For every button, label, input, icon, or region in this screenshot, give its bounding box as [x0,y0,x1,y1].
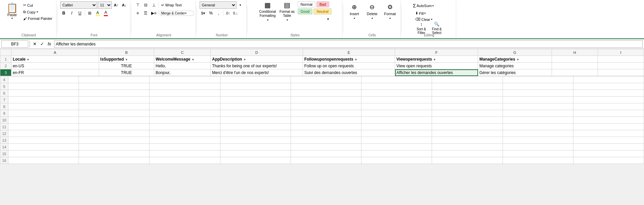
cell-I9[interactable] [573,110,644,117]
cell-a1[interactable]: Locale ▾ [11,56,99,63]
cancel-formula-button[interactable]: ✕ [31,41,38,47]
cell-C14[interactable] [149,144,220,150]
borders-button[interactable]: ⊞ [86,9,93,17]
number-format-expand[interactable]: ▾ [237,1,244,9]
cell-C12[interactable] [149,130,220,137]
cell-H14[interactable] [503,144,573,150]
cell-A10[interactable] [8,117,79,124]
cell-D13[interactable] [220,137,291,144]
cell-d3[interactable]: Merci d'être l'un de nos experts! [211,69,303,76]
clear-button[interactable]: ⌫ Clear ▾ [414,16,433,22]
filter-arrow-d[interactable]: ▾ [244,58,246,61]
cell-I12[interactable] [573,130,644,137]
cell-F6[interactable] [361,90,432,97]
number-format-select[interactable]: General [200,1,237,9]
currency-button[interactable]: $▾ [200,9,207,17]
cell-d1[interactable]: AppDescription ▾ [211,56,303,63]
cell-H12[interactable] [503,130,573,137]
cell-e1[interactable]: Followuponopenrequests ▾ [303,56,395,63]
cell-E6[interactable] [291,90,361,97]
filter-arrow-e[interactable]: ▾ [355,58,357,61]
cell-G4[interactable] [432,76,503,83]
cell-A16[interactable] [8,157,79,164]
cell-F9[interactable] [361,110,432,117]
col-header-d[interactable]: D [211,49,303,56]
increase-decimal-button[interactable]: .0↑ [224,9,231,17]
fill-color-button[interactable]: A [94,9,101,17]
cell-E4[interactable] [291,76,361,83]
cell-h2[interactable] [552,63,598,69]
col-header-h[interactable]: H [552,49,598,56]
format-as-table-button[interactable]: ▤ Format asTable ▾ [278,1,296,21]
name-box[interactable]: BF3 [1,40,28,48]
cell-H13[interactable] [503,137,573,144]
cell-D15[interactable] [220,150,291,157]
cell-I14[interactable] [573,144,644,150]
align-center-button[interactable]: ☰ [142,9,149,17]
fill-button[interactable]: ⬇ Fill ▾ [414,10,427,16]
cell-A12[interactable] [8,130,79,137]
cell-C16[interactable] [149,157,220,164]
decrease-decimal-button[interactable]: 0.↓ [232,9,239,17]
col-header-b[interactable]: B [99,49,154,56]
cell-I13[interactable] [573,137,644,144]
enter-formula-button[interactable]: ✓ [39,41,45,47]
percent-button[interactable]: % [207,9,215,17]
filter-arrow-g[interactable]: ▾ [517,58,519,61]
align-bottom-button[interactable]: ⊥ [150,1,158,9]
cell-H4[interactable] [503,76,573,83]
col-header-g[interactable]: G [478,49,552,56]
format-button[interactable]: ⚙ Format ▾ [382,1,398,22]
col-header-a[interactable]: A [11,49,99,56]
cell-B4[interactable] [79,76,149,83]
cell-B16[interactable] [79,157,149,164]
cell-B10[interactable] [79,117,149,124]
cell-I5[interactable] [573,83,644,90]
cell-g3[interactable]: Gérer les catégories [478,69,552,76]
cell-G10[interactable] [432,117,503,124]
cell-c2[interactable]: Hello, [154,63,211,69]
wrap-text-button[interactable]: ↵ Wrap Text [160,2,190,8]
find-select-button[interactable]: 🔍 Find & Select [429,23,444,33]
cell-F4[interactable] [361,76,432,83]
corner-cell[interactable] [0,49,11,56]
normal-style-button[interactable]: Normal [298,1,315,7]
sort-filter-button[interactable]: ↕ Sort & Filter [414,23,429,33]
neutral-style-button[interactable]: Neutral [313,8,331,14]
cell-B15[interactable] [79,150,149,157]
cell-G13[interactable] [432,137,503,144]
autosum-button[interactable]: Σ AutoSum ▾ [414,1,433,10]
cell-D12[interactable] [220,130,291,137]
cell-C11[interactable] [149,124,220,130]
cell-c3[interactable]: Bonjour, [154,69,211,76]
cell-D10[interactable] [220,117,291,124]
cell-D11[interactable] [220,124,291,130]
cell-D7[interactable] [220,97,291,103]
cell-H10[interactable] [503,117,573,124]
formula-input[interactable]: Afficher les demandes [54,40,643,48]
copy-button[interactable]: ⧉ Copy ▾ [22,9,54,15]
cell-B13[interactable] [79,137,149,144]
cell-H7[interactable] [503,97,573,103]
cell-F5[interactable] [361,83,432,90]
cell-F7[interactable] [361,97,432,103]
cell-g1[interactable]: ManageCategories ▾ [478,56,552,63]
cell-G7[interactable] [432,97,503,103]
cell-G12[interactable] [432,130,503,137]
conditional-formatting-button[interactable]: ▦ ConditionalFormatting ▾ [259,1,277,21]
cell-B7[interactable] [79,97,149,103]
cell-I11[interactable] [573,124,644,130]
filter-arrow-f[interactable]: ▾ [434,58,435,61]
cell-H11[interactable] [503,124,573,130]
insert-function-button[interactable]: fx [46,41,53,47]
bold-button[interactable]: B [60,9,68,17]
cell-C7[interactable] [149,97,220,103]
cell-I10[interactable] [573,117,644,124]
filter-arrow-a[interactable]: ▾ [27,58,29,61]
cell-F14[interactable] [361,144,432,150]
cell-F12[interactable] [361,130,432,137]
cell-B5[interactable] [79,83,149,90]
col-header-f[interactable]: F [395,49,478,56]
col-header-e[interactable]: E [303,49,395,56]
cell-i3[interactable] [598,69,644,76]
